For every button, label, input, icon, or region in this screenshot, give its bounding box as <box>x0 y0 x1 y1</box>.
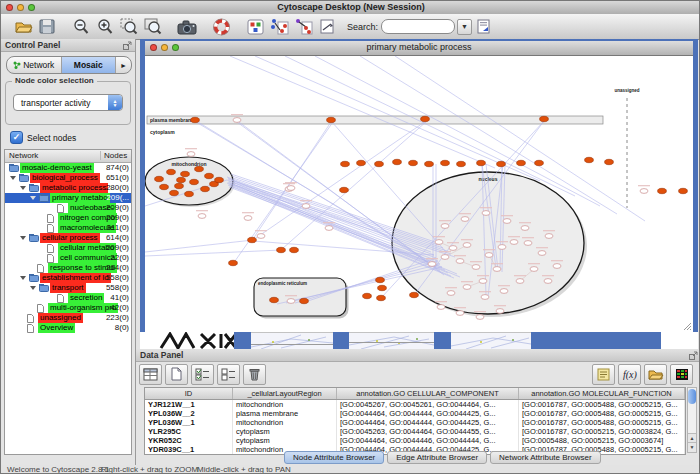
snapshot-camera-icon[interactable] <box>175 16 199 37</box>
browser-tab[interactable]: Node Attribute Browser <box>284 451 384 464</box>
tree-item[interactable]: cell communica22(0) <box>5 253 131 263</box>
column-header[interactable]: ID <box>145 388 233 399</box>
network-tree-body: mosaic-demo-yeast874(0)biological_proces… <box>5 163 131 333</box>
zoom-out-icon[interactable] <box>69 16 93 37</box>
tree-item[interactable]: multi-organism pro42(0) <box>5 303 131 313</box>
tree-item[interactable]: nucleobase-209(0) <box>5 203 131 213</box>
tree-item[interactable]: Overview8(0) <box>5 323 131 333</box>
expand-caret-icon[interactable] <box>30 196 36 200</box>
tree-item[interactable]: unassigned223(0) <box>5 313 131 323</box>
tree-item[interactable]: transport558(0) <box>5 283 131 293</box>
float-data-panel-icon[interactable] <box>689 351 698 360</box>
table-row[interactable]: YPL036W__1mitochondrion[GO:0044464, GO:0… <box>145 418 685 427</box>
expand-caret-icon[interactable] <box>20 236 26 240</box>
column-header[interactable]: _cellularLayoutRegion <box>233 388 337 399</box>
zoom-in-icon[interactable] <box>93 16 117 37</box>
search-input[interactable] <box>381 19 455 34</box>
tree-item[interactable]: mosaic-demo-yeast874(0) <box>5 163 131 173</box>
background-window-fragment[interactable] <box>349 332 434 349</box>
tree-item[interactable]: biological_process651(0) <box>5 173 131 183</box>
background-window-edge[interactable] <box>531 332 661 349</box>
svg-text:mitochondrion: mitochondrion <box>172 161 207 167</box>
tree-item-count: 223(0) <box>106 313 129 323</box>
tree-item-label: metabolic process <box>40 183 108 193</box>
table-scrollbar[interactable]: ▲ ▼ <box>687 387 697 453</box>
resize-grip-icon[interactable] <box>683 322 692 331</box>
zoom-selected-icon[interactable] <box>117 16 141 37</box>
import-attributes-icon[interactable] <box>644 364 667 385</box>
notes-icon[interactable] <box>592 364 615 385</box>
layout-nodes-icon[interactable] <box>267 16 291 37</box>
new-attribute-icon[interactable] <box>165 364 188 385</box>
attribute-table-body: YJR121W__1mitochondrion[GO:0045267, GO:0… <box>145 400 685 454</box>
open-file-icon[interactable] <box>11 16 35 37</box>
tab-mosaic[interactable]: Mosaic <box>62 57 117 73</box>
help-lifesaver-icon[interactable] <box>209 16 233 37</box>
tree-item-label: biological_process <box>30 173 100 183</box>
expand-caret-icon[interactable] <box>20 186 26 190</box>
table-cell: [GO:0016787, GO:0005488, GO:0005215, G..… <box>519 409 685 418</box>
tree-item-count: 42(0) <box>110 303 129 313</box>
status-hint-pan: Middle-click + drag to PAN <box>197 465 291 474</box>
scroll-down-icon[interactable]: ▼ <box>688 442 696 452</box>
column-header[interactable]: annotation.GO CELLULAR_COMPONENT <box>337 388 519 399</box>
background-window-edge[interactable] <box>234 332 251 349</box>
tree-item[interactable]: macromolecule311(0) <box>5 223 131 233</box>
vizmapper-icon[interactable] <box>243 16 267 37</box>
browser-tab[interactable]: Edge Attribute Browser <box>387 451 487 464</box>
float-panel-icon[interactable] <box>123 41 132 50</box>
background-window-edge[interactable] <box>333 332 349 349</box>
table-cell: YPL036W__1 <box>145 418 233 427</box>
select-all-attributes-icon[interactable] <box>191 364 214 385</box>
tree-item[interactable]: nitrogen compo209(0) <box>5 213 131 223</box>
node-color-combobox-value: transporter activity <box>21 98 90 108</box>
expand-caret-icon[interactable] <box>30 286 36 290</box>
tree-item-count: 209(0) <box>106 243 129 253</box>
table-row[interactable]: YJR121W__1mitochondrion[GO:0045267, GO:0… <box>145 400 685 409</box>
save-icon[interactable] <box>35 16 59 37</box>
tree-item-count: 651(0) <box>106 173 129 183</box>
zoom-fit-icon[interactable] <box>141 16 165 37</box>
background-window-fragment[interactable] <box>451 332 531 349</box>
layout-edges-icon[interactable] <box>291 16 315 37</box>
unselect-all-attributes-icon[interactable] <box>217 364 240 385</box>
scrollbar-thumb[interactable] <box>688 389 696 404</box>
window-titlebar[interactable]: Cytoscape Desktop (New Session) <box>1 1 700 15</box>
tree-item[interactable]: primary metabo209(... <box>5 193 131 203</box>
search-dropdown-icon[interactable]: ▼ <box>457 19 472 35</box>
table-cell: [GO:0005488, GO:0005215, GO:0003674] <box>519 436 685 445</box>
expand-caret-icon[interactable] <box>10 176 16 180</box>
view-window-titlebar[interactable]: primary metabolic process <box>145 41 693 56</box>
table-cell: mitochondrion <box>233 400 337 409</box>
table-row[interactable]: YKR052Ccytoplasm[GO:0044464, GO:0044446,… <box>145 436 685 445</box>
network-view-canvas[interactable]: plasma membranecytoplasmmitochondrionnuc… <box>145 56 693 332</box>
search-advanced-icon[interactable] <box>472 16 496 37</box>
tree-item[interactable]: metabolic process280(0) <box>5 183 131 193</box>
tree-item-count: 311(0) <box>106 223 129 233</box>
page-edit-icon[interactable] <box>315 16 339 37</box>
status-bar: Welcome to Cytoscape 2.8.1 Right-click +… <box>1 465 700 474</box>
delete-attribute-icon[interactable] <box>243 364 266 385</box>
tree-item[interactable]: cellular metabo209(0) <box>5 243 131 253</box>
tree-item[interactable]: response to stimul264(0) <box>5 263 131 273</box>
tab-network[interactable]: Network <box>7 57 62 73</box>
node-color-combobox[interactable]: transporter activity ▲▼ <box>13 94 123 111</box>
table-cell: plasma membrane <box>233 409 337 418</box>
table-row[interactable]: YLR295Ccytoplasm[GO:0045263, GO:0044464,… <box>145 427 685 436</box>
select-nodes-checkbox[interactable]: ✓ <box>10 131 23 144</box>
browser-tab[interactable]: Network Attribute Browser <box>490 451 600 464</box>
tree-item-label: secretion <box>68 293 104 303</box>
tree-item[interactable]: secretion41(0) <box>5 293 131 303</box>
background-window-edge[interactable] <box>434 332 451 349</box>
background-windows-strip <box>140 332 698 349</box>
expand-caret-icon[interactable] <box>20 276 26 280</box>
more-tabs-icon[interactable]: ► <box>116 57 131 73</box>
background-window-fragment[interactable] <box>251 332 333 349</box>
table-row[interactable]: YPL036W__2plasma membrane[GO:0044464, GO… <box>145 409 685 418</box>
heatmap-icon[interactable] <box>670 364 693 385</box>
tree-item[interactable]: establishment of lo558(0) <box>5 273 131 283</box>
tree-item[interactable]: cellular process614(0) <box>5 233 131 243</box>
function-builder-icon[interactable]: f(x) <box>618 364 641 385</box>
select-attributes-icon[interactable] <box>139 364 162 385</box>
column-header[interactable]: annotation.GO MOLECULAR_FUNCTION <box>519 388 685 399</box>
